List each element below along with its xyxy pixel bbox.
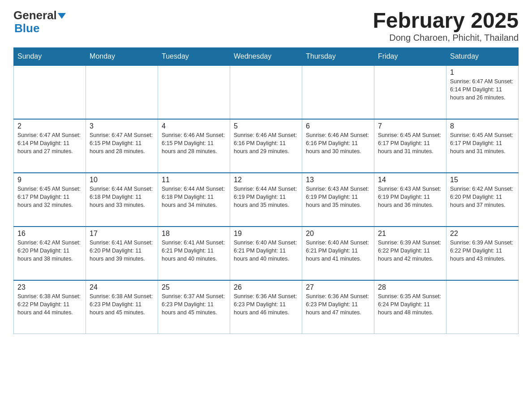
table-row: 1Sunrise: 6:47 AM Sunset: 6:14 PM Daylig… (446, 65, 519, 119)
day-number: 21 (378, 230, 442, 238)
table-row: 17Sunrise: 6:41 AM Sunset: 6:20 PM Dayli… (86, 227, 158, 280)
day-info: Sunrise: 6:44 AM Sunset: 6:18 PM Dayligh… (90, 185, 154, 209)
table-row: 5Sunrise: 6:46 AM Sunset: 6:16 PM Daylig… (230, 119, 302, 173)
day-info: Sunrise: 6:43 AM Sunset: 6:19 PM Dayligh… (378, 185, 442, 209)
day-info: Sunrise: 6:45 AM Sunset: 6:17 PM Dayligh… (450, 131, 515, 155)
header-friday: Friday (374, 47, 446, 65)
day-number: 12 (234, 176, 298, 184)
table-row (86, 65, 158, 119)
table-row: 14Sunrise: 6:43 AM Sunset: 6:19 PM Dayli… (374, 173, 446, 227)
title-block: February 2025 Dong Charoen, Phichit, Tha… (373, 9, 519, 43)
table-row: 11Sunrise: 6:44 AM Sunset: 6:18 PM Dayli… (158, 173, 230, 227)
table-row: 7Sunrise: 6:45 AM Sunset: 6:17 PM Daylig… (374, 119, 446, 173)
table-row: 23Sunrise: 6:38 AM Sunset: 6:22 PM Dayli… (14, 280, 86, 334)
day-number: 14 (378, 176, 442, 184)
header-saturday: Saturday (446, 47, 519, 65)
table-row: 6Sunrise: 6:46 AM Sunset: 6:16 PM Daylig… (302, 119, 374, 173)
table-row: 21Sunrise: 6:39 AM Sunset: 6:22 PM Dayli… (374, 227, 446, 280)
table-row (230, 65, 302, 119)
day-info: Sunrise: 6:47 AM Sunset: 6:14 PM Dayligh… (450, 77, 515, 102)
table-row: 13Sunrise: 6:43 AM Sunset: 6:19 PM Dayli… (302, 173, 374, 227)
day-number: 1 (450, 68, 515, 77)
page-header: General Blue February 2025 Dong Charoen,… (13, 9, 519, 43)
table-row: 10Sunrise: 6:44 AM Sunset: 6:18 PM Dayli… (86, 173, 158, 227)
table-row: 15Sunrise: 6:42 AM Sunset: 6:20 PM Dayli… (446, 173, 519, 227)
table-row: 18Sunrise: 6:41 AM Sunset: 6:21 PM Dayli… (158, 227, 230, 280)
table-row (14, 65, 86, 119)
table-row: 19Sunrise: 6:40 AM Sunset: 6:21 PM Dayli… (230, 227, 302, 280)
day-number: 9 (17, 176, 82, 184)
day-info: Sunrise: 6:47 AM Sunset: 6:15 PM Dayligh… (90, 131, 154, 155)
day-number: 4 (162, 122, 226, 130)
day-info: Sunrise: 6:36 AM Sunset: 6:23 PM Dayligh… (306, 292, 370, 317)
day-number: 7 (378, 122, 442, 130)
table-row: 9Sunrise: 6:45 AM Sunset: 6:17 PM Daylig… (14, 173, 86, 227)
calendar-week-row: 2Sunrise: 6:47 AM Sunset: 6:14 PM Daylig… (14, 119, 519, 173)
page-subtitle: Dong Charoen, Phichit, Thailand (373, 33, 519, 43)
day-number: 22 (450, 230, 515, 238)
header-sunday: Sunday (14, 47, 86, 65)
table-row: 22Sunrise: 6:39 AM Sunset: 6:22 PM Dayli… (446, 227, 519, 280)
page-title: February 2025 (373, 9, 519, 33)
day-number: 15 (450, 176, 515, 184)
day-number: 27 (306, 283, 370, 291)
table-row: 25Sunrise: 6:37 AM Sunset: 6:23 PM Dayli… (158, 280, 230, 334)
day-number: 23 (17, 283, 82, 291)
header-thursday: Thursday (302, 47, 374, 65)
day-info: Sunrise: 6:44 AM Sunset: 6:19 PM Dayligh… (234, 185, 298, 209)
table-row: 27Sunrise: 6:36 AM Sunset: 6:23 PM Dayli… (302, 280, 374, 334)
logo-triangle-icon (58, 13, 66, 19)
calendar-week-row: 16Sunrise: 6:42 AM Sunset: 6:20 PM Dayli… (14, 227, 519, 280)
logo-general: General (13, 9, 57, 22)
day-info: Sunrise: 6:40 AM Sunset: 6:21 PM Dayligh… (306, 239, 370, 263)
logo: General Blue (13, 9, 66, 34)
day-number: 11 (162, 176, 226, 184)
day-info: Sunrise: 6:39 AM Sunset: 6:22 PM Dayligh… (450, 239, 515, 263)
day-number: 6 (306, 122, 370, 130)
day-number: 19 (234, 230, 298, 238)
day-number: 17 (90, 230, 154, 238)
table-row: 12Sunrise: 6:44 AM Sunset: 6:19 PM Dayli… (230, 173, 302, 227)
day-info: Sunrise: 6:40 AM Sunset: 6:21 PM Dayligh… (234, 239, 298, 263)
table-row: 16Sunrise: 6:42 AM Sunset: 6:20 PM Dayli… (14, 227, 86, 280)
day-number: 10 (90, 176, 154, 184)
day-info: Sunrise: 6:47 AM Sunset: 6:14 PM Dayligh… (17, 131, 82, 155)
day-number: 2 (17, 122, 82, 130)
table-row: 8Sunrise: 6:45 AM Sunset: 6:17 PM Daylig… (446, 119, 519, 173)
day-number: 8 (450, 122, 515, 130)
table-row: 26Sunrise: 6:36 AM Sunset: 6:23 PM Dayli… (230, 280, 302, 334)
header-tuesday: Tuesday (158, 47, 230, 65)
day-info: Sunrise: 6:41 AM Sunset: 6:21 PM Dayligh… (162, 239, 226, 263)
day-info: Sunrise: 6:42 AM Sunset: 6:20 PM Dayligh… (17, 239, 82, 263)
day-number: 28 (378, 283, 442, 291)
table-row (158, 65, 230, 119)
logo-line1: General (13, 9, 66, 22)
table-row: 28Sunrise: 6:35 AM Sunset: 6:24 PM Dayli… (374, 280, 446, 334)
table-row: 2Sunrise: 6:47 AM Sunset: 6:14 PM Daylig… (14, 119, 86, 173)
table-row: 3Sunrise: 6:47 AM Sunset: 6:15 PM Daylig… (86, 119, 158, 173)
day-info: Sunrise: 6:43 AM Sunset: 6:19 PM Dayligh… (306, 185, 370, 209)
calendar-table: Sunday Monday Tuesday Wednesday Thursday… (13, 47, 519, 334)
day-number: 5 (234, 122, 298, 130)
day-info: Sunrise: 6:41 AM Sunset: 6:20 PM Dayligh… (90, 239, 154, 263)
table-row: 20Sunrise: 6:40 AM Sunset: 6:21 PM Dayli… (302, 227, 374, 280)
day-info: Sunrise: 6:45 AM Sunset: 6:17 PM Dayligh… (17, 185, 82, 209)
day-number: 13 (306, 176, 370, 184)
day-number: 26 (234, 283, 298, 291)
logo-line2: Blue (14, 22, 66, 35)
day-info: Sunrise: 6:35 AM Sunset: 6:24 PM Dayligh… (378, 292, 442, 317)
day-info: Sunrise: 6:46 AM Sunset: 6:16 PM Dayligh… (234, 131, 298, 155)
calendar-week-row: 23Sunrise: 6:38 AM Sunset: 6:22 PM Dayli… (14, 280, 519, 334)
table-row: 4Sunrise: 6:46 AM Sunset: 6:15 PM Daylig… (158, 119, 230, 173)
table-row: 24Sunrise: 6:38 AM Sunset: 6:23 PM Dayli… (86, 280, 158, 334)
calendar-week-row: 9Sunrise: 6:45 AM Sunset: 6:17 PM Daylig… (14, 173, 519, 227)
header-monday: Monday (86, 47, 158, 65)
table-row (302, 65, 374, 119)
day-number: 18 (162, 230, 226, 238)
day-info: Sunrise: 6:36 AM Sunset: 6:23 PM Dayligh… (234, 292, 298, 317)
day-number: 25 (162, 283, 226, 291)
day-number: 20 (306, 230, 370, 238)
day-info: Sunrise: 6:44 AM Sunset: 6:18 PM Dayligh… (162, 185, 226, 209)
day-info: Sunrise: 6:38 AM Sunset: 6:23 PM Dayligh… (90, 292, 154, 317)
day-info: Sunrise: 6:39 AM Sunset: 6:22 PM Dayligh… (378, 239, 442, 263)
